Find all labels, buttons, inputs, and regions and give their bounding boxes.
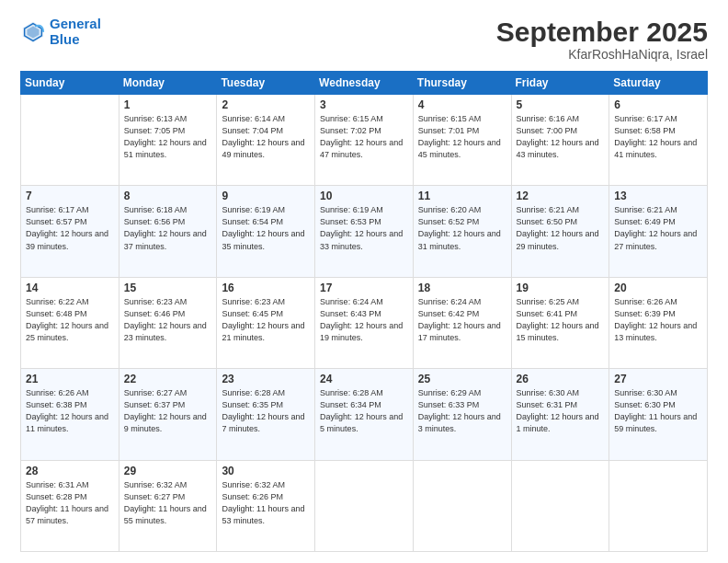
day-info: Sunrise: 6:17 AMSunset: 6:57 PMDaylight:… <box>26 204 114 252</box>
calendar-cell: 26Sunrise: 6:30 AMSunset: 6:31 PMDayligh… <box>511 369 609 460</box>
day-number: 17 <box>320 282 408 294</box>
day-number: 28 <box>26 465 114 477</box>
calendar-cell: 23Sunrise: 6:28 AMSunset: 6:35 PMDayligh… <box>217 369 315 460</box>
day-info: Sunrise: 6:15 AMSunset: 7:02 PMDaylight:… <box>320 113 408 161</box>
day-number: 12 <box>517 190 605 202</box>
logo-text: General Blue <box>50 17 101 47</box>
calendar-cell: 4Sunrise: 6:15 AMSunset: 7:01 PMDaylight… <box>413 95 511 186</box>
calendar-weekday-tuesday: Tuesday <box>217 72 315 95</box>
day-info: Sunrise: 6:19 AMSunset: 6:53 PMDaylight:… <box>320 204 408 252</box>
day-number: 3 <box>320 98 408 111</box>
day-info: Sunrise: 6:22 AMSunset: 6:48 PMDaylight:… <box>26 296 114 344</box>
location: KfarRoshHaNiqra, Israel <box>496 47 708 62</box>
calendar-cell: 13Sunrise: 6:21 AMSunset: 6:49 PMDayligh… <box>609 186 708 277</box>
calendar-cell: 2Sunrise: 6:14 AMSunset: 7:04 PMDaylight… <box>217 95 315 186</box>
day-number: 1 <box>124 98 212 111</box>
calendar-cell: 19Sunrise: 6:25 AMSunset: 6:41 PMDayligh… <box>511 277 609 368</box>
day-number: 7 <box>26 190 114 202</box>
calendar-cell: 10Sunrise: 6:19 AMSunset: 6:53 PMDayligh… <box>315 186 414 277</box>
calendar-cell: 11Sunrise: 6:20 AMSunset: 6:52 PMDayligh… <box>413 186 511 277</box>
day-info: Sunrise: 6:23 AMSunset: 6:45 PMDaylight:… <box>222 296 310 344</box>
calendar-weekday-wednesday: Wednesday <box>315 72 414 95</box>
day-number: 5 <box>517 98 605 111</box>
day-info: Sunrise: 6:24 AMSunset: 6:42 PMDaylight:… <box>418 296 506 344</box>
calendar-cell <box>511 460 609 551</box>
calendar-cell: 27Sunrise: 6:30 AMSunset: 6:30 PMDayligh… <box>609 369 708 460</box>
calendar-cell: 15Sunrise: 6:23 AMSunset: 6:46 PMDayligh… <box>119 277 217 368</box>
day-number: 4 <box>418 98 506 111</box>
day-info: Sunrise: 6:17 AMSunset: 6:58 PMDaylight:… <box>614 113 702 161</box>
calendar-cell: 5Sunrise: 6:16 AMSunset: 7:00 PMDaylight… <box>511 95 609 186</box>
logo-line1: General <box>50 16 101 31</box>
calendar-cell: 8Sunrise: 6:18 AMSunset: 6:56 PMDaylight… <box>119 186 217 277</box>
day-info: Sunrise: 6:20 AMSunset: 6:52 PMDaylight:… <box>418 204 506 252</box>
day-number: 22 <box>124 373 212 385</box>
calendar-cell <box>413 460 511 551</box>
header: General Blue September 2025 KfarRoshHaNi… <box>20 17 708 62</box>
calendar-cell: 21Sunrise: 6:26 AMSunset: 6:38 PMDayligh… <box>21 369 119 460</box>
day-info: Sunrise: 6:18 AMSunset: 6:56 PMDaylight:… <box>124 204 212 252</box>
calendar-weekday-friday: Friday <box>511 72 609 95</box>
calendar-cell: 7Sunrise: 6:17 AMSunset: 6:57 PMDaylight… <box>21 186 119 277</box>
day-number: 16 <box>222 282 310 294</box>
day-info: Sunrise: 6:16 AMSunset: 7:00 PMDaylight:… <box>517 113 605 161</box>
day-number: 25 <box>418 373 506 385</box>
calendar-weekday-saturday: Saturday <box>609 72 708 95</box>
day-number: 2 <box>222 98 310 111</box>
calendar-cell: 28Sunrise: 6:31 AMSunset: 6:28 PMDayligh… <box>21 460 119 551</box>
calendar-cell: 30Sunrise: 6:32 AMSunset: 6:26 PMDayligh… <box>217 460 315 551</box>
calendar-cell <box>315 460 414 551</box>
day-info: Sunrise: 6:15 AMSunset: 7:01 PMDaylight:… <box>418 113 506 161</box>
calendar-cell: 24Sunrise: 6:28 AMSunset: 6:34 PMDayligh… <box>315 369 414 460</box>
calendar-cell: 14Sunrise: 6:22 AMSunset: 6:48 PMDayligh… <box>21 277 119 368</box>
day-number: 19 <box>517 282 605 294</box>
day-info: Sunrise: 6:31 AMSunset: 6:28 PMDaylight:… <box>26 479 114 527</box>
day-info: Sunrise: 6:28 AMSunset: 6:34 PMDaylight:… <box>320 387 408 435</box>
day-info: Sunrise: 6:13 AMSunset: 7:05 PMDaylight:… <box>124 113 212 161</box>
day-number: 23 <box>222 373 310 385</box>
calendar-cell: 3Sunrise: 6:15 AMSunset: 7:02 PMDaylight… <box>315 95 414 186</box>
calendar-cell: 17Sunrise: 6:24 AMSunset: 6:43 PMDayligh… <box>315 277 414 368</box>
day-number: 6 <box>614 98 702 111</box>
calendar-cell: 1Sunrise: 6:13 AMSunset: 7:05 PMDaylight… <box>119 95 217 186</box>
day-info: Sunrise: 6:19 AMSunset: 6:54 PMDaylight:… <box>222 204 310 252</box>
calendar-cell <box>21 95 119 186</box>
logo-icon <box>20 19 46 45</box>
day-info: Sunrise: 6:28 AMSunset: 6:35 PMDaylight:… <box>222 387 310 435</box>
calendar-week-row: 7Sunrise: 6:17 AMSunset: 6:57 PMDaylight… <box>21 186 708 277</box>
day-info: Sunrise: 6:21 AMSunset: 6:50 PMDaylight:… <box>517 204 605 252</box>
calendar-week-row: 21Sunrise: 6:26 AMSunset: 6:38 PMDayligh… <box>21 369 708 460</box>
day-number: 20 <box>614 282 702 294</box>
day-number: 11 <box>418 190 506 202</box>
day-number: 24 <box>320 373 408 385</box>
calendar-weekday-sunday: Sunday <box>21 72 119 95</box>
day-info: Sunrise: 6:32 AMSunset: 6:26 PMDaylight:… <box>222 479 310 527</box>
calendar-cell: 29Sunrise: 6:32 AMSunset: 6:27 PMDayligh… <box>119 460 217 551</box>
day-info: Sunrise: 6:23 AMSunset: 6:46 PMDaylight:… <box>124 296 212 344</box>
calendar-header-row: SundayMondayTuesdayWednesdayThursdayFrid… <box>21 72 708 95</box>
day-number: 21 <box>26 373 114 385</box>
day-info: Sunrise: 6:30 AMSunset: 6:31 PMDaylight:… <box>517 387 605 435</box>
calendar-cell: 9Sunrise: 6:19 AMSunset: 6:54 PMDaylight… <box>217 186 315 277</box>
calendar-cell: 25Sunrise: 6:29 AMSunset: 6:33 PMDayligh… <box>413 369 511 460</box>
page: General Blue September 2025 KfarRoshHaNi… <box>0 0 728 563</box>
day-number: 9 <box>222 190 310 202</box>
day-info: Sunrise: 6:29 AMSunset: 6:33 PMDaylight:… <box>418 387 506 435</box>
calendar-cell: 22Sunrise: 6:27 AMSunset: 6:37 PMDayligh… <box>119 369 217 460</box>
day-number: 26 <box>517 373 605 385</box>
calendar-cell: 18Sunrise: 6:24 AMSunset: 6:42 PMDayligh… <box>413 277 511 368</box>
day-info: Sunrise: 6:30 AMSunset: 6:30 PMDaylight:… <box>614 387 702 435</box>
calendar-cell: 6Sunrise: 6:17 AMSunset: 6:58 PMDaylight… <box>609 95 708 186</box>
day-number: 15 <box>124 282 212 294</box>
calendar-weekday-thursday: Thursday <box>413 72 511 95</box>
day-number: 29 <box>124 465 212 477</box>
calendar-week-row: 28Sunrise: 6:31 AMSunset: 6:28 PMDayligh… <box>21 460 708 551</box>
day-info: Sunrise: 6:32 AMSunset: 6:27 PMDaylight:… <box>124 479 212 527</box>
calendar-cell: 12Sunrise: 6:21 AMSunset: 6:50 PMDayligh… <box>511 186 609 277</box>
day-number: 14 <box>26 282 114 294</box>
day-info: Sunrise: 6:21 AMSunset: 6:49 PMDaylight:… <box>614 204 702 252</box>
day-info: Sunrise: 6:26 AMSunset: 6:39 PMDaylight:… <box>614 296 702 344</box>
day-number: 30 <box>222 465 310 477</box>
day-number: 27 <box>614 373 702 385</box>
calendar-table: SundayMondayTuesdayWednesdayThursdayFrid… <box>20 71 708 552</box>
